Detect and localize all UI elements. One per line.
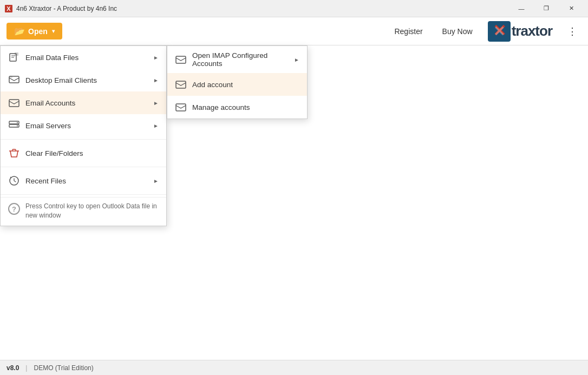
desktop-email-clients-arrow: ► [153,77,159,83]
desktop-email-clients-label: Desktop Email Clients [25,76,148,84]
dropdown-arrow-icon: ▾ [52,28,55,34]
dropdown-menu: Email Data Files ► Desktop Email Clients… [0,45,167,226]
email-data-files-label: Email Data Files [25,54,148,62]
title-bar: X 4n6 Xtraxtor - A Product by 4n6 Inc — … [0,0,588,17]
svg-rect-15 [176,56,186,63]
version-text: v8.0 [6,364,19,372]
submenu-item-open-imap[interactable]: Open IMAP Configured Accounts ► [167,46,307,73]
minimize-button[interactable]: — [509,0,534,17]
email-accounts-icon [8,97,20,109]
menu-item-desktop-email-clients[interactable]: Desktop Email Clients ► [1,69,166,91]
recent-files-icon [8,175,20,187]
svg-text:X: X [6,5,11,12]
email-accounts-label: Email Accounts [25,99,148,107]
more-options-button[interactable]: ⋮ [563,23,582,40]
status-divider: | [25,364,27,372]
menu-divider-2 [1,167,166,167]
status-bar: v8.0 | DEMO (Trial Edition) [0,360,588,375]
svg-rect-16 [176,81,186,88]
menu-item-email-servers[interactable]: Email Servers ► [1,114,166,137]
svg-point-12 [17,122,18,123]
email-data-files-arrow: ► [153,55,159,61]
help-text: Press Control key to open Outlook Data f… [25,202,159,220]
email-accounts-arrow: ► [153,100,159,106]
add-account-label: Add account [192,81,233,89]
brand-logo: Register Buy Now ✕ ✕ traxtor ⋮ [390,21,582,42]
menu-item-help-hint: ? Press Control key to open Outlook Data… [1,197,166,226]
edition-text: DEMO (Trial Edition) [34,364,93,372]
open-button[interactable]: 📂 Open ▾ [6,23,62,40]
open-button-label: Open [28,27,48,36]
email-servers-arrow: ► [153,123,159,129]
desktop-email-clients-icon [8,74,20,86]
submenu-item-manage-accounts[interactable]: Manage accounts [167,96,307,119]
menu-divider-1 [1,139,166,140]
menu-item-recent-files[interactable]: Recent Files ► [1,169,166,192]
recent-files-arrow: ► [153,178,159,184]
maximize-button[interactable]: ❐ [534,0,559,17]
window-controls: — ❐ ✕ [509,0,584,17]
recent-files-label: Recent Files [25,177,148,185]
register-button[interactable]: Register [390,25,427,38]
main-content: Email Data Files ► Desktop Email Clients… [0,45,588,360]
manage-accounts-icon [175,101,187,113]
svg-rect-8 [10,76,12,78]
menu-item-clear-files[interactable]: Clear File/Folders [1,142,166,165]
manage-accounts-label: Manage accounts [192,103,250,111]
menu-item-email-accounts[interactable]: Email Accounts ► [1,91,166,114]
clear-files-icon [8,147,20,159]
email-servers-label: Email Servers [25,122,148,130]
svg-rect-6 [15,52,18,56]
add-account-icon [175,78,187,90]
close-button[interactable]: ✕ [559,0,584,17]
buy-now-button[interactable]: Buy Now [438,25,477,38]
email-servers-icon [8,120,20,131]
brand-logo-container: ✕ ✕ traxtor [488,21,552,42]
submenu-email-accounts: Open IMAP Configured Accounts ► Add acco… [167,45,308,119]
brand-name-text: traxtor [512,23,552,40]
svg-point-13 [17,126,18,127]
x-logo-icon: ✕ ✕ [488,21,511,42]
svg-rect-9 [9,100,19,107]
open-imap-arrow: ► [294,57,299,63]
svg-text:✕: ✕ [493,23,505,40]
window-title: 4n6 Xtraxtor - A Product by 4n6 Inc [16,5,509,12]
email-data-files-icon [8,51,20,63]
clear-files-label: Clear File/Folders [25,149,159,157]
app-icon: X [4,4,13,13]
toolbar: 📂 Open ▾ Register Buy Now ✕ ✕ traxtor ⋮ [0,17,588,45]
menu-item-email-data-files[interactable]: Email Data Files ► [1,46,166,69]
open-imap-label: Open IMAP Configured Accounts [192,51,289,68]
help-icon: ? [8,203,20,215]
folder-icon: 📂 [14,26,25,36]
svg-rect-17 [176,104,186,111]
menu-divider-3 [1,194,166,195]
submenu-item-add-account[interactable]: Add account [167,73,307,96]
open-imap-icon [175,54,187,65]
